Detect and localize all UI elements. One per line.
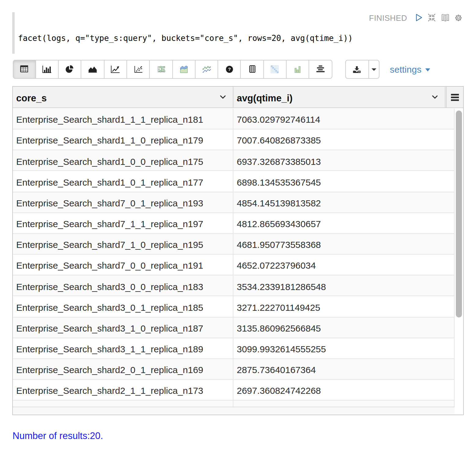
svg-text:?: ?: [228, 66, 231, 71]
avg-qtime-cell: 3271.222701149425: [233, 296, 454, 317]
core-s-cell: Enterprise_Search_shard1_0_1_replica_n17…: [13, 171, 233, 191]
viz-bubble-chart-button[interactable]: [149, 60, 173, 78]
book-icon: [441, 14, 449, 22]
avg-qtime-cell: 3099.9932614555255: [233, 338, 454, 358]
avg-qtime-cell: 4812.865693430657: [233, 213, 454, 233]
caret-down-icon: [371, 68, 376, 71]
viz-pie-chart-button[interactable]: [58, 60, 82, 78]
column-header-label: core_s: [16, 93, 47, 103]
download-button-group: [345, 60, 379, 79]
pie-chart-icon: [66, 65, 74, 73]
horizontal-scrollbar[interactable]: [13, 406, 454, 415]
viz-help-button[interactable]: ?: [218, 60, 241, 78]
core-s-cell: Enterprise_Search_shard3_0_0_replica_n18…: [13, 276, 233, 296]
avg-qtime-cell: 3534.2339181286548: [233, 276, 454, 296]
vertical-scrollbar[interactable]: [454, 109, 463, 406]
column-header-label: avg(qtime_i): [237, 93, 293, 103]
play-icon: [416, 14, 423, 22]
viz-multi-line-chart-button[interactable]: [195, 60, 218, 78]
paragraph-settings-button[interactable]: [454, 14, 462, 22]
download-button[interactable]: [345, 60, 369, 79]
viz-grouped-bar-chart-button[interactable]: [286, 60, 309, 78]
result-count: Number of results:20.: [13, 431, 103, 441]
viz-centered-bar-chart-button[interactable]: [309, 60, 332, 78]
table-row: Enterprise_Search_shard3_0_0_replica_n18…: [13, 276, 454, 296]
avg-qtime-cell: 3135.860962566845: [233, 317, 454, 337]
bar-chart-icon: [42, 65, 52, 73]
table-row: Enterprise_Search_shard2_0_1_replica_n16…: [13, 359, 454, 380]
core-s-cell: Enterprise_Search_shard2_0_1_replica_n16…: [13, 359, 233, 379]
core-s-cell: Enterprise_Search_shard3_1_1_replica_n18…: [13, 338, 233, 358]
table-body: Enterprise_Search_shard1_1_1_replica_n18…: [13, 109, 454, 406]
core-s-cell: Enterprise_Search_shard2_1_1_replica_n17…: [13, 380, 233, 400]
paragraph-controls: FINISHED: [369, 13, 462, 22]
avg-qtime-cell: 6898.134535367545: [233, 171, 454, 191]
download-icon: [353, 66, 361, 73]
heatmap-icon: [271, 65, 279, 73]
core-s-cell: [13, 401, 233, 406]
scatter-chart-icon: [134, 65, 143, 73]
collapse-output-button[interactable]: [428, 14, 436, 22]
avg-qtime-cell: 4681.950773558368: [233, 234, 454, 254]
core-s-cell: Enterprise_Search_shard3_1_0_replica_n18…: [13, 317, 233, 337]
viz-line-chart-button[interactable]: [104, 60, 127, 78]
table-row: Enterprise_Search_shard1_0_0_replica_n17…: [13, 151, 454, 171]
scrollbar-thumb[interactable]: [456, 111, 462, 317]
grid-menu-button[interactable]: [446, 87, 463, 107]
table-row: Enterprise_Search_shard7_1_0_replica_n19…: [13, 234, 454, 255]
chevron-down-icon[interactable]: [220, 95, 226, 99]
avg-qtime-cell: 4854.145139813582: [233, 192, 454, 212]
table-row: Enterprise_Search_shard7_0_0_replica_n19…: [13, 255, 454, 275]
grouped-bar-chart-icon: [294, 65, 301, 73]
hamburger-icon: [451, 93, 459, 101]
compress-icon: [428, 14, 436, 22]
viz-pivot-table-button[interactable]: [240, 60, 264, 78]
stacked-area-chart-icon: [179, 65, 188, 73]
chevron-down-icon[interactable]: [432, 95, 438, 99]
line-chart-icon: [111, 65, 120, 73]
table-row: Enterprise_Search_shard3_1_1_replica_n18…: [13, 338, 454, 359]
area-chart-icon: [88, 65, 97, 73]
viz-stacked-area-chart-button[interactable]: [172, 60, 196, 78]
settings-dropdown[interactable]: settings: [390, 65, 430, 74]
table-row: Enterprise_Search_shard1_0_1_replica_n17…: [13, 171, 454, 192]
table-row: Enterprise_Search_shard1_1_0_replica_n17…: [13, 129, 454, 150]
pivot-table-icon: [249, 65, 255, 73]
table-row: Enterprise_Search_shard2_1_1_replica_n17…: [13, 380, 454, 401]
editor-left-bar: [12, 12, 15, 53]
viz-scatter-chart-button[interactable]: [126, 60, 150, 78]
code-editor[interactable]: facet(logs, q="type_s:query", buckets="c…: [18, 33, 353, 43]
column-header-avg-qtime-i[interactable]: avg(qtime_i): [233, 87, 445, 107]
avg-qtime-cell: 6937.326873385013: [233, 151, 454, 171]
avg-qtime-cell: 2875.73640167364: [233, 359, 454, 379]
gear-icon: [454, 14, 462, 22]
download-options-button[interactable]: [368, 60, 379, 79]
centered-bar-chart-icon: [316, 66, 325, 73]
show-editor-button[interactable]: [441, 14, 449, 22]
viz-bar-chart-button[interactable]: [35, 60, 59, 78]
core-s-cell: Enterprise_Search_shard1_1_0_replica_n17…: [13, 129, 233, 150]
core-s-cell: Enterprise_Search_shard1_0_0_replica_n17…: [13, 151, 233, 171]
table-icon: [20, 66, 28, 73]
paragraph-status: FINISHED: [369, 13, 407, 23]
table-row-partial: [13, 401, 454, 406]
avg-qtime-cell: [233, 401, 454, 406]
core-s-cell: Enterprise_Search_shard7_1_0_replica_n19…: [13, 234, 233, 254]
help-icon: ?: [225, 65, 233, 73]
core-s-cell: Enterprise_Search_shard7_1_1_replica_n19…: [13, 213, 233, 233]
avg-qtime-cell: 7007.640826873385: [233, 129, 454, 150]
column-header-core-s[interactable]: core_s: [13, 87, 233, 107]
viz-heatmap-button[interactable]: [263, 60, 287, 78]
zeppelin-paragraph: FINISHED: [0, 0, 476, 450]
table-row: Enterprise_Search_shard3_1_0_replica_n18…: [13, 317, 454, 338]
avg-qtime-cell: 4652.07223796034: [233, 255, 454, 275]
table-row: Enterprise_Search_shard7_0_1_replica_n19…: [13, 192, 454, 213]
core-s-cell: Enterprise_Search_shard3_0_1_replica_n18…: [13, 296, 233, 317]
viz-area-chart-button[interactable]: [81, 60, 104, 78]
table-row: Enterprise_Search_shard1_1_1_replica_n18…: [13, 109, 454, 129]
caret-down-icon: [425, 69, 430, 72]
table-row: Enterprise_Search_shard7_1_1_replica_n19…: [13, 213, 454, 234]
viz-table-button[interactable]: [13, 60, 36, 78]
table-row: Enterprise_Search_shard3_0_1_replica_n18…: [13, 296, 454, 317]
run-paragraph-button[interactable]: [416, 14, 423, 22]
